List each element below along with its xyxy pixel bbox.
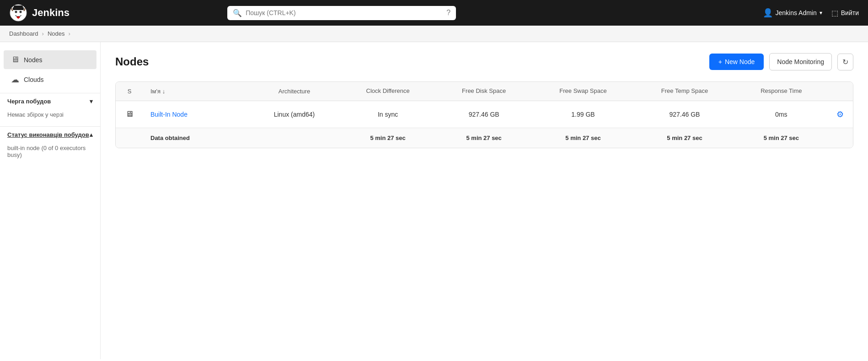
footer-disk-val: 5 min 27 sec <box>436 128 532 148</box>
footer-clock-val: 5 min 27 sec <box>340 128 435 148</box>
breadcrumb: Dashboard › Nodes › <box>0 26 868 42</box>
col-header-swap: Free Swap Space <box>532 82 634 101</box>
sidebar-item-nodes[interactable]: 🖥 Nodes <box>4 50 96 69</box>
svg-point-1 <box>15 11 17 13</box>
logo[interactable]: Jenkins <box>9 4 70 22</box>
footer-data-obtained: Data obtained <box>143 128 248 148</box>
jenkins-logo-icon <box>9 4 27 22</box>
table-footer-row: Data obtained 5 min 27 sec 5 min 27 sec … <box>116 128 853 148</box>
node-monitoring-button[interactable]: Node Monitoring <box>769 53 832 70</box>
sidebar-clouds-label: Clouds <box>24 76 44 83</box>
gear-icon: ⚙ <box>836 110 844 119</box>
col-header-name[interactable]: Ім'я ↓ <box>143 82 248 101</box>
sidebar-item-clouds[interactable]: ☁ Clouds <box>4 70 96 89</box>
nodes-table: S Ім'я ↓ Architecture Clock Difference F <box>116 82 853 148</box>
breadcrumb-sep-2: › <box>69 30 70 37</box>
cloud-icon: ☁ <box>11 75 19 85</box>
footer-response-val: 5 min 27 sec <box>735 128 827 148</box>
footer-empty-status <box>116 128 143 148</box>
node-free-swap: 1.99 GB <box>532 101 634 128</box>
footer-temp-val: 5 min 27 sec <box>634 128 735 148</box>
node-free-disk: 927.46 GB <box>436 101 532 128</box>
build-queue-header[interactable]: Черга побудов ▾ <box>0 93 100 109</box>
user-label: Jenkins Admin <box>776 9 817 16</box>
build-queue-section: Черга побудов ▾ Немає збірок у черзі <box>0 93 100 123</box>
content-header: Nodes + New Node Node Monitoring ↻ <box>115 53 853 70</box>
search-help-icon[interactable]: ? <box>446 9 450 17</box>
table-header-row: S Ім'я ↓ Architecture Clock Difference F <box>116 82 853 101</box>
logout-label: Вийти <box>841 9 859 16</box>
page-title: Nodes <box>115 55 149 68</box>
node-name-link[interactable]: Built-In Node <box>150 111 188 118</box>
nodes-table-wrapper: S Ім'я ↓ Architecture Clock Difference F <box>115 81 853 148</box>
col-header-actions <box>827 82 853 101</box>
footer-empty-actions <box>827 128 853 148</box>
logout-button[interactable]: ⬚ Вийти <box>831 9 859 17</box>
refresh-button[interactable]: ↻ <box>837 54 853 70</box>
node-settings-button[interactable]: ⚙ <box>835 108 846 121</box>
node-monitoring-label: Node Monitoring <box>777 58 824 65</box>
node-clock-difference: In sync <box>340 101 435 128</box>
executor-status-content: built-in node (0 of 0 executors busy) <box>0 143 100 163</box>
svg-rect-4 <box>14 5 23 9</box>
executor-status-section: Статус виконавців побудов ▴ built-in nod… <box>0 126 100 163</box>
table-row: 🖥 Built-In Node Linux (amd64) In sync 9 <box>116 101 853 128</box>
build-queue-chevron-icon: ▾ <box>90 98 93 105</box>
sidebar-nodes-label: Nodes <box>24 56 42 64</box>
logo-text: Jenkins <box>32 7 70 19</box>
col-header-disk: Free Disk Space <box>436 82 532 101</box>
logout-icon: ⬚ <box>831 9 838 17</box>
user-dropdown-icon: ▾ <box>820 10 822 16</box>
breadcrumb-nodes[interactable]: Nodes <box>48 30 65 37</box>
search-container: 🔍 ? <box>227 6 456 20</box>
executor-status-chevron-icon: ▴ <box>90 131 93 138</box>
new-node-button[interactable]: + New Node <box>709 54 764 70</box>
node-status-icon: 🖥 <box>116 101 143 128</box>
breadcrumb-dashboard[interactable]: Dashboard <box>9 30 38 37</box>
node-free-temp: 927.46 GB <box>634 101 735 128</box>
user-icon: 👤 <box>763 8 773 18</box>
col-header-clock: Clock Difference <box>340 82 435 101</box>
svg-point-2 <box>20 11 22 13</box>
build-queue-title: Черга побудов <box>7 98 51 105</box>
build-queue-content: Немає збірок у черзі <box>0 109 100 123</box>
plus-icon: + <box>718 58 722 65</box>
search-icon: 🔍 <box>233 9 242 17</box>
node-actions-cell: ⚙ <box>827 101 853 128</box>
header-actions: + New Node Node Monitoring ↻ <box>709 53 853 70</box>
executor-status-title: Статус виконавців побудов <box>7 131 89 138</box>
executor-status-header[interactable]: Статус виконавців побудов ▴ <box>0 127 100 143</box>
col-header-status: S <box>116 82 143 101</box>
node-architecture: Linux (amd64) <box>248 101 340 128</box>
main-layout: 🖥 Nodes ☁ Clouds Черга побудов ▾ Немає з… <box>0 42 868 359</box>
build-queue-empty-message: Немає збірок у черзі <box>7 111 64 118</box>
main-content: Nodes + New Node Node Monitoring ↻ <box>101 42 868 359</box>
col-header-architecture: Architecture <box>248 82 340 101</box>
node-monitor-icon: 🖥 <box>125 109 134 119</box>
user-menu[interactable]: 👤 Jenkins Admin ▾ <box>763 8 822 18</box>
header-right: 👤 Jenkins Admin ▾ ⬚ Вийти <box>763 8 859 18</box>
footer-swap-val: 5 min 27 sec <box>532 128 634 148</box>
search-input[interactable] <box>246 9 443 16</box>
node-response-time: 0ms <box>735 101 827 128</box>
refresh-icon: ↻ <box>842 58 848 66</box>
monitor-icon: 🖥 <box>11 55 19 65</box>
col-header-temp: Free Temp Space <box>634 82 735 101</box>
new-node-label: New Node <box>725 58 755 65</box>
node-name-cell: Built-In Node <box>143 101 248 128</box>
executor-status-message: built-in node (0 of 0 executors busy) <box>7 145 86 158</box>
breadcrumb-sep-1: › <box>42 30 44 37</box>
footer-empty-arch <box>248 128 340 148</box>
col-header-response: Response Time <box>735 82 827 101</box>
header: Jenkins 🔍 ? 👤 Jenkins Admin ▾ ⬚ Вийти <box>0 0 868 26</box>
sidebar: 🖥 Nodes ☁ Clouds Черга побудов ▾ Немає з… <box>0 42 101 359</box>
